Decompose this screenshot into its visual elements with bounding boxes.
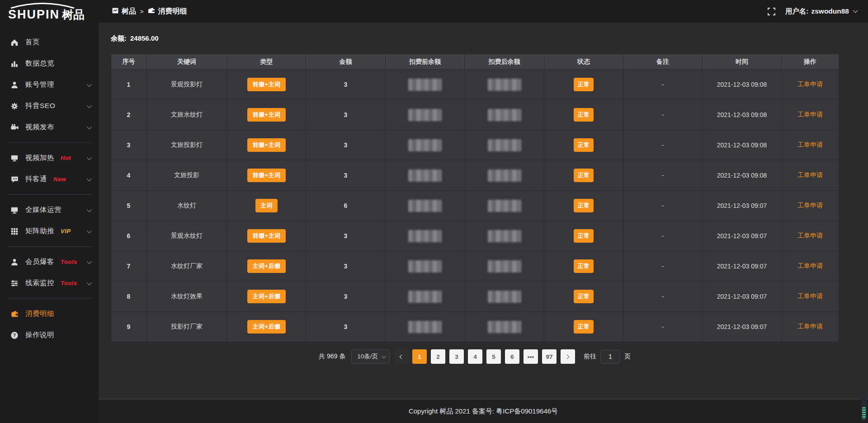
sidebar-item-badge: Tools — [61, 258, 77, 265]
cell-balance-before — [386, 221, 465, 251]
cell-type: 前缀+主词 — [227, 100, 306, 130]
chevron-down-icon — [87, 124, 92, 129]
sidebar-item-lead-monitor[interactable]: 线索监控 Tools — [0, 273, 99, 294]
cell-status: 正常 — [544, 100, 623, 130]
redacted-value — [488, 139, 521, 151]
sidebar-item-account-management[interactable]: 账号管理 — [0, 74, 99, 95]
cell-amount: 3 — [306, 282, 386, 312]
sidebar-divider — [7, 142, 91, 143]
cell-time: 2021-12-03 09:07 — [703, 191, 782, 221]
ticket-request-link[interactable]: 工单申请 — [797, 171, 823, 179]
ticket-request-link[interactable]: 工单申请 — [797, 292, 823, 300]
ticket-request-link[interactable]: 工单申请 — [797, 202, 823, 209]
sidebar-item-media-operation[interactable]: 全媒体运营 — [0, 199, 99, 221]
breadcrumb: 树品 > 消费明细 — [112, 7, 187, 16]
sidebar-divider — [7, 194, 91, 195]
sidebar-item-video-publish[interactable]: 视频发布 — [0, 117, 99, 138]
bar-chart-icon — [10, 59, 19, 68]
chevron-down-icon — [87, 207, 92, 212]
chevron-down-icon — [87, 81, 92, 86]
page-button-4[interactable]: 4 — [468, 349, 482, 364]
table-header-row: 序号关键词类型金额扣费前余额扣费后余额状态备注时间操作 — [111, 54, 839, 70]
type-badge: 前缀+主词 — [247, 78, 285, 91]
type-badge: 主词+后缀 — [247, 259, 285, 273]
sidebar-item-label: 视频加热 — [25, 153, 54, 163]
cell-type: 前缀+主词 — [227, 160, 306, 191]
sidebar-item-douyin-seo[interactable]: 抖音SEO — [0, 95, 99, 117]
cell-type: 主词 — [227, 191, 306, 221]
cell-type: 主词+后缀 — [227, 312, 306, 342]
redacted-value — [488, 169, 521, 182]
cell-action: 工单申请 — [782, 191, 839, 221]
page-button-2[interactable]: 2 — [431, 349, 445, 364]
ticket-request-link[interactable]: 工单申请 — [797, 141, 823, 148]
redacted-value — [408, 139, 442, 151]
sidebar-item-operation-guide[interactable]: ? 操作说明 — [0, 324, 99, 346]
sidebar-item-douketong[interactable]: 抖客通 New — [0, 169, 99, 190]
cell-amount: 6 — [306, 191, 386, 221]
fullscreen-icon[interactable] — [768, 8, 775, 15]
sidebar-item-matrix-boost[interactable]: 矩阵助推 VIP — [0, 221, 99, 242]
type-badge: 前缀+主词 — [247, 229, 285, 243]
status-badge: 正常 — [574, 138, 594, 152]
page-size-select[interactable]: 10条/页 — [351, 349, 390, 364]
prev-page-button[interactable] — [394, 349, 408, 364]
consumption-table: 序号关键词类型金额扣费前余额扣费后余额状态备注时间操作 1 景观投影灯 前缀+主… — [111, 54, 839, 342]
redacted-value — [488, 109, 521, 121]
page-button-97[interactable]: 97 — [542, 349, 557, 364]
cell-action: 工单申请 — [782, 251, 839, 282]
sidebar-item-label: 矩阵助推 — [25, 226, 54, 236]
column-header: 扣费前余额 — [386, 54, 465, 70]
sidebar-item-data-overview[interactable]: 数据总览 — [0, 53, 99, 74]
cell-balance-after — [465, 251, 544, 282]
goto-page-input[interactable] — [600, 350, 620, 364]
cell-keyword: 水纹灯效果 — [146, 282, 227, 312]
page-ellipsis-button[interactable]: ••• — [524, 349, 538, 364]
pagination: 共 969 条 10条/页 123456•••97 前往 页 — [111, 349, 839, 364]
type-badge: 主词+后缀 — [247, 320, 285, 334]
column-header: 操作 — [782, 54, 839, 70]
ticket-request-link[interactable]: 工单申请 — [797, 323, 823, 330]
chevron-down-icon — [87, 280, 92, 285]
sidebar-item-label: 抖音SEO — [25, 101, 55, 111]
status-badge: 正常 — [574, 78, 594, 91]
page-button-5[interactable]: 5 — [486, 349, 501, 364]
sidebar-item-member-burst[interactable]: 会员爆客 Tools — [0, 251, 99, 273]
breadcrumb-app[interactable]: 树品 — [112, 7, 136, 16]
pagination-total: 共 969 条 — [319, 352, 345, 361]
cell-balance-after — [465, 130, 544, 160]
chat-widget[interactable] — [861, 392, 867, 421]
next-page-button[interactable] — [561, 349, 575, 364]
redacted-value — [408, 200, 442, 212]
cell-keyword: 景观水纹灯 — [146, 221, 227, 251]
cell-remark: - — [623, 160, 703, 191]
ticket-request-link[interactable]: 工单申请 — [797, 232, 823, 239]
redacted-value — [408, 260, 442, 273]
cell-balance-after — [465, 191, 544, 221]
breadcrumb-page[interactable]: 消费明细 — [148, 7, 187, 16]
ticket-request-link[interactable]: 工单申请 — [797, 262, 823, 269]
app-root: SHUPIN树品 首页 数据总览 账号管理 抖音SEO 视频发布 视频加热 Ho… — [0, 0, 868, 423]
cell-amount: 3 — [306, 251, 386, 282]
cell-status: 正常 — [544, 282, 623, 312]
ticket-request-link[interactable]: 工单申请 — [797, 80, 823, 88]
cell-keyword: 水纹灯厂家 — [146, 251, 227, 282]
column-header: 序号 — [111, 54, 146, 70]
user-dropdown[interactable]: 用户名: zswodun88 — [785, 7, 856, 16]
cell-status: 正常 — [544, 191, 623, 221]
svg-text:?: ? — [13, 333, 16, 338]
cell-index: 6 — [111, 221, 146, 251]
ticket-request-link[interactable]: 工单申请 — [797, 111, 823, 118]
display-icon — [10, 154, 19, 163]
cell-balance-before — [386, 191, 465, 221]
goto-suffix: 页 — [624, 352, 631, 361]
sidebar-item-consumption-detail[interactable]: 消费明细 — [0, 303, 99, 324]
page-button-1[interactable]: 1 — [412, 349, 427, 364]
sidebar-item-home[interactable]: 首页 — [0, 32, 99, 53]
sidebar-item-badge: Tools — [61, 280, 77, 287]
page-button-3[interactable]: 3 — [449, 349, 464, 364]
gear-icon — [10, 102, 19, 111]
page-button-6[interactable]: 6 — [505, 349, 519, 364]
status-badge: 正常 — [574, 199, 594, 212]
sidebar-item-video-heat[interactable]: 视频加热 Hot — [0, 147, 99, 169]
